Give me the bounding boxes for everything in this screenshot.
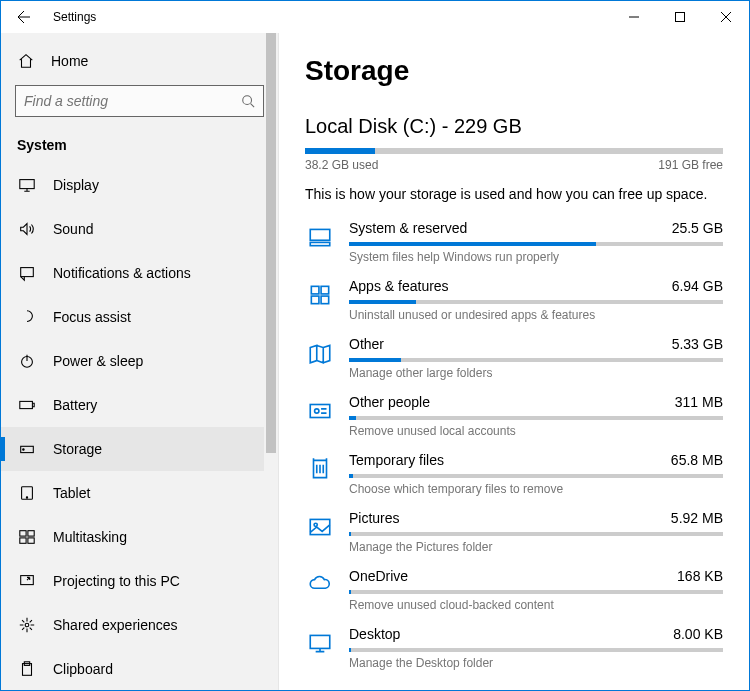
sidebar-item-label: Power & sleep <box>53 353 143 369</box>
sidebar-item-display[interactable]: Display <box>1 163 278 207</box>
sidebar-home[interactable]: Home <box>1 41 278 81</box>
category-bar <box>349 532 723 536</box>
sidebar-item-storage[interactable]: Storage <box>1 427 278 471</box>
svg-rect-20 <box>311 286 319 294</box>
section-header-system: System <box>1 129 278 163</box>
close-icon <box>721 12 731 22</box>
storage-category-row[interactable]: System & reserved25.5 GBSystem files hel… <box>305 212 723 270</box>
svg-rect-18 <box>310 229 330 240</box>
main-panel: Storage Local Disk (C:) - 229 GB 38.2 GB… <box>279 33 749 690</box>
svg-rect-3 <box>21 268 34 277</box>
disk-title: Local Disk (C:) - 229 GB <box>305 115 723 138</box>
maximize-icon <box>675 12 685 22</box>
display-icon <box>17 175 37 195</box>
storage-category-row[interactable]: Apps & features6.94 GBUninstall unused o… <box>305 270 723 328</box>
tablet-icon <box>17 483 37 503</box>
svg-rect-28 <box>310 635 330 648</box>
home-icon <box>17 52 35 70</box>
storage-category-row[interactable]: Other people311 MBRemove unused local ac… <box>305 386 723 444</box>
sidebar-item-shared-experiences[interactable]: Shared experiences <box>1 603 278 647</box>
close-button[interactable] <box>703 1 749 33</box>
disk-usage-fill <box>305 148 375 154</box>
svg-point-27 <box>314 523 317 526</box>
category-size: 8.00 KB <box>673 626 723 642</box>
svg-rect-12 <box>20 538 26 543</box>
storage-category-row[interactable]: OneDrive168 KBRemove unused cloud-backed… <box>305 560 723 618</box>
sidebar-item-power-sleep[interactable]: Power & sleep <box>1 339 278 383</box>
sidebar-item-battery[interactable]: Battery <box>1 383 278 427</box>
svg-rect-24 <box>310 405 330 418</box>
sidebar-item-clipboard[interactable]: Clipboard <box>1 647 278 690</box>
svg-point-9 <box>26 497 27 498</box>
category-name: Pictures <box>349 510 400 526</box>
category-name: Other <box>349 336 384 352</box>
category-icon <box>305 570 335 600</box>
storage-category-row[interactable]: Temporary files65.8 MBChoose which tempo… <box>305 444 723 502</box>
svg-rect-11 <box>28 531 34 536</box>
storage-category-row[interactable]: Pictures5.92 MBManage the Pictures folde… <box>305 502 723 560</box>
maximize-button[interactable] <box>657 1 703 33</box>
home-label: Home <box>51 53 88 69</box>
category-size: 311 MB <box>675 394 723 410</box>
svg-rect-10 <box>20 531 26 536</box>
category-icon <box>305 454 335 484</box>
sidebar-item-projecting[interactable]: Projecting to this PC <box>1 559 278 603</box>
svg-rect-0 <box>676 13 685 22</box>
search-input[interactable] <box>24 93 241 109</box>
sidebar-item-label: Notifications & actions <box>53 265 191 281</box>
page-title: Storage <box>305 55 723 87</box>
sidebar-item-label: Multitasking <box>53 529 127 545</box>
sidebar-item-multitasking[interactable]: Multitasking <box>1 515 278 559</box>
category-name: Other people <box>349 394 430 410</box>
sidebar-item-label: Sound <box>53 221 93 237</box>
back-button[interactable] <box>1 1 45 33</box>
category-icon <box>305 628 335 658</box>
category-desc: Choose which temporary files to remove <box>349 482 723 496</box>
category-desc: Remove unused cloud-backed content <box>349 598 723 612</box>
category-bar-fill <box>349 358 401 362</box>
category-bar-fill <box>349 648 351 652</box>
storage-hint: This is how your storage is used and how… <box>305 186 723 202</box>
sidebar-item-label: Focus assist <box>53 309 131 325</box>
category-size: 6.94 GB <box>672 278 723 294</box>
battery-icon <box>17 395 37 415</box>
sidebar-item-notifications[interactable]: Notifications & actions <box>1 251 278 295</box>
power-icon <box>17 351 37 371</box>
svg-rect-5 <box>20 401 33 408</box>
category-bar-fill <box>349 416 356 420</box>
category-icon <box>305 222 335 252</box>
arrow-left-icon <box>15 9 31 25</box>
category-size: 25.5 GB <box>672 220 723 236</box>
category-name: Desktop <box>349 626 400 642</box>
category-bar-fill <box>349 474 353 478</box>
search-box[interactable] <box>15 85 264 117</box>
disk-usage-bar <box>305 148 723 154</box>
svg-point-25 <box>315 409 319 413</box>
category-name: System & reserved <box>349 220 467 236</box>
storage-category-row[interactable]: Desktop8.00 KBManage the Desktop folder <box>305 618 723 676</box>
minimize-button[interactable] <box>611 1 657 33</box>
notifications-icon <box>17 263 37 283</box>
sidebar-item-sound[interactable]: Sound <box>1 207 278 251</box>
sidebar-item-tablet[interactable]: Tablet <box>1 471 278 515</box>
disk-used-label: 38.2 GB used <box>305 158 378 172</box>
projecting-icon <box>17 571 37 591</box>
category-size: 5.33 GB <box>672 336 723 352</box>
category-bar-fill <box>349 532 351 536</box>
sidebar-scrollbar[interactable] <box>264 33 278 690</box>
minimize-icon <box>629 12 639 22</box>
scrollbar-thumb[interactable] <box>266 33 276 453</box>
svg-point-1 <box>243 96 252 105</box>
storage-category-row[interactable]: Other5.33 GBManage other large folders <box>305 328 723 386</box>
category-bar <box>349 648 723 652</box>
category-desc: System files help Windows run properly <box>349 250 723 264</box>
multitasking-icon <box>17 527 37 547</box>
shared-icon <box>17 615 37 635</box>
sidebar-item-label: Storage <box>53 441 102 457</box>
category-desc: Uninstall unused or undesired apps & fea… <box>349 308 723 322</box>
category-name: OneDrive <box>349 568 408 584</box>
category-desc: Remove unused local accounts <box>349 424 723 438</box>
svg-rect-21 <box>321 286 329 294</box>
sidebar-item-focus-assist[interactable]: Focus assist <box>1 295 278 339</box>
titlebar: Settings <box>1 1 749 33</box>
